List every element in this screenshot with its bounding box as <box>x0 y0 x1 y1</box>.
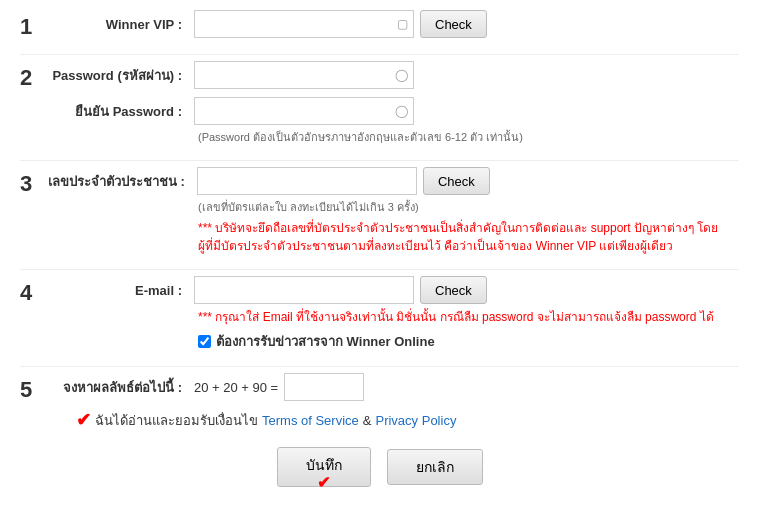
national-id-input-wrapper <box>197 167 417 195</box>
confirm-password-row: ยืนยัน Password : ◯ <box>48 97 739 125</box>
captcha-row: จงหาผลลัพธ์ต่อไปนี้ : 20 + 20 + 90 = <box>48 373 739 401</box>
password-label: Password (รหัสผ่าน) : <box>48 65 188 86</box>
email-input[interactable] <box>194 276 414 304</box>
captcha-label: จงหาผลลัพธ์ต่อไปนี้ : <box>48 377 188 398</box>
section-5: 5 จงหาผลลัพธ์ต่อไปนี้ : 20 + 20 + 90 = ✔… <box>20 373 739 431</box>
captcha-input[interactable] <box>284 373 364 401</box>
save-checkmark-icon: ✔ <box>317 473 330 492</box>
confirm-password-input[interactable] <box>194 97 414 125</box>
national-id-check-button[interactable]: Check <box>423 167 490 195</box>
terms-checkmark-icon: ✔ <box>76 409 91 431</box>
national-id-warning-1: *** บริษัทจะยึดถือเลขที่บัตรประจำตัวประช… <box>198 219 739 237</box>
save-label: บันทึก <box>306 457 342 473</box>
password-input[interactable] <box>194 61 414 89</box>
terms-prefix: ฉันได้อ่านและยอมรับเงื่อนไข <box>95 410 258 431</box>
national-id-label: เลขประจำตัวประชาชน : <box>48 171 191 192</box>
winner-vip-input[interactable] <box>194 10 414 38</box>
password-row: Password (รหัสผ่าน) : ◯ <box>48 61 739 89</box>
step-number-3: 3 <box>20 171 48 197</box>
save-button[interactable]: บันทึก ✔ <box>277 447 371 487</box>
email-check-button[interactable]: Check <box>420 276 487 304</box>
email-label: E-mail : <box>48 283 188 298</box>
terms-of-service-link[interactable]: Terms of Service <box>262 413 359 428</box>
step-number-1: 1 <box>20 14 48 40</box>
section-1: 1 Winner VIP : ▢ Check <box>20 10 739 40</box>
winner-vip-label: Winner VIP : <box>48 17 188 32</box>
section-1-content: Winner VIP : ▢ Check <box>48 10 739 38</box>
winner-vip-input-wrapper: ▢ <box>194 10 414 38</box>
newsletter-row: ต้องการรับข่าวสารจาก Winner Online <box>198 331 739 352</box>
section-2-content: Password (รหัสผ่าน) : ◯ ยืนยัน Password … <box>48 61 739 146</box>
captcha-expression: 20 + 20 + 90 = <box>194 380 278 395</box>
national-id-warning-2: ผู้ที่มีบัตรประจำตัวประชาชนตามที่ลงทะเบี… <box>198 237 739 255</box>
email-warning: *** กรุณาใส่ Email ที่ใช้งานจริงเท่านั้น… <box>198 307 739 326</box>
national-id-row: เลขประจำตัวประชาชน : Check <box>48 167 739 195</box>
step-number-2: 2 <box>20 65 48 91</box>
step-number-4: 4 <box>20 280 48 306</box>
terms-separator: & <box>363 413 372 428</box>
confirm-password-input-wrapper: ◯ <box>194 97 414 125</box>
section-2: 2 Password (รหัสผ่าน) : ◯ ยืนยัน Passwor… <box>20 61 739 146</box>
terms-row: ✔ ฉันได้อ่านและยอมรับเงื่อนไข Terms of S… <box>76 409 739 431</box>
section-3-content: เลขประจำตัวประชาชน : Check (เลขที่บัตรแต… <box>48 167 739 255</box>
winner-vip-row: Winner VIP : ▢ Check <box>48 10 739 38</box>
newsletter-checkbox[interactable] <box>198 335 211 348</box>
privacy-policy-link[interactable]: Privacy Policy <box>375 413 456 428</box>
submit-row: บันทึก ✔ ยกเลิก <box>20 447 739 487</box>
password-hint: (Password ต้องเป็นตัวอักษรภาษาอังกฤษและต… <box>198 128 739 146</box>
email-row: E-mail : Check <box>48 276 739 304</box>
section-4: 4 E-mail : Check *** กรุณาใส่ Email ที่ใ… <box>20 276 739 352</box>
national-id-input[interactable] <box>197 167 417 195</box>
section-3: 3 เลขประจำตัวประชาชน : Check (เลขที่บัตร… <box>20 167 739 255</box>
national-id-note: (เลขที่บัตรแต่ละใบ ลงทะเบียนได้ไม่เกิน 3… <box>198 198 739 216</box>
password-input-wrapper: ◯ <box>194 61 414 89</box>
newsletter-label: ต้องการรับข่าวสารจาก Winner Online <box>216 331 435 352</box>
step-number-5: 5 <box>20 377 48 403</box>
confirm-password-label: ยืนยัน Password : <box>48 101 188 122</box>
section-4-content: E-mail : Check *** กรุณาใส่ Email ที่ใช้… <box>48 276 739 352</box>
winner-vip-check-button[interactable]: Check <box>420 10 487 38</box>
email-input-wrapper <box>194 276 414 304</box>
cancel-button[interactable]: ยกเลิก <box>387 449 483 485</box>
section-5-content: จงหาผลลัพธ์ต่อไปนี้ : 20 + 20 + 90 = ✔ ฉ… <box>48 373 739 431</box>
